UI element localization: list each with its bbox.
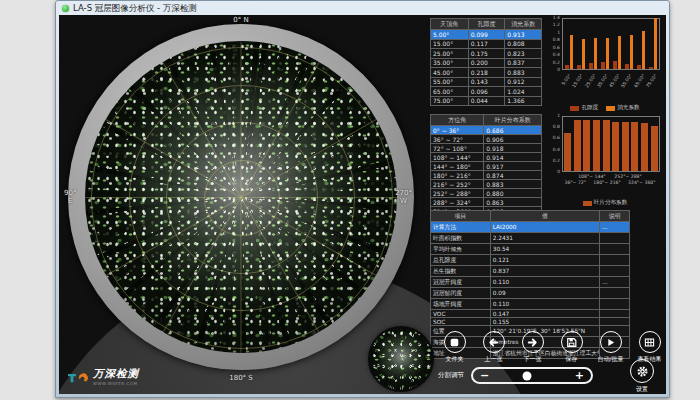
- next-button[interactable]: 下一张: [514, 331, 551, 364]
- param-cell: ...: [600, 222, 630, 233]
- param-row[interactable]: 总孔隙度0.121: [431, 255, 630, 266]
- canopy-image[interactable]: [85, 41, 397, 353]
- param-row[interactable]: 丛生指数0.837: [431, 266, 630, 277]
- zenith-cell: 1.366: [505, 96, 542, 106]
- zenith-cell: 0.175: [468, 49, 505, 59]
- auto-batch-button[interactable]: 自动/批量: [592, 331, 629, 364]
- param-cell: 平均叶倾角: [431, 244, 491, 255]
- bar: [564, 133, 571, 171]
- zenith-cell: 25.00°: [431, 49, 469, 59]
- zenith-cell: 0.218: [468, 68, 505, 78]
- param-row[interactable]: 场地开阔度0.110: [431, 299, 630, 310]
- param-header: 项目: [431, 211, 491, 222]
- param-row[interactable]: 冠层郁闭度0.09: [431, 288, 630, 299]
- azimuth-cell: 0° ~ 36°: [431, 126, 484, 135]
- bar: [622, 122, 629, 171]
- zenith-row[interactable]: 65.00°0.0961.024: [431, 87, 542, 97]
- param-row[interactable]: 叶面积指数2.2431: [431, 233, 630, 244]
- thumbnail-preview[interactable]: [370, 328, 432, 390]
- bar-group: [625, 35, 633, 69]
- legend-item: 消光系数: [606, 104, 639, 112]
- bar-group: [601, 38, 609, 69]
- zenith-cell: 0.883: [505, 68, 542, 78]
- bar-group: [583, 120, 590, 171]
- y-axis-tick: 0: [548, 67, 560, 72]
- resolution-slider[interactable]: − +: [471, 367, 593, 384]
- chart-plot-area: [562, 18, 660, 70]
- bar-group: [637, 31, 645, 69]
- y-axis-tick: 1.2: [548, 22, 560, 27]
- param-cell: 冠层郁闭度: [431, 288, 491, 299]
- zenith-cell: 1.024: [505, 87, 542, 97]
- param-cell: [600, 244, 630, 255]
- azimuth-row[interactable]: 144° ~ 180°0.917: [431, 162, 542, 171]
- y-axis-tick: 0.6: [548, 45, 560, 50]
- slider-label: 分割调节: [438, 371, 464, 380]
- zenith-row[interactable]: 5.00°0.0990.913: [431, 30, 542, 40]
- param-row[interactable]: 平均叶倾角30.54: [431, 244, 630, 255]
- button-label: 上一张: [485, 355, 503, 364]
- param-cell: 0.155: [490, 318, 599, 326]
- zenith-row[interactable]: 55.00°0.1430.912: [431, 77, 542, 87]
- legend-item: 孔隙度: [570, 104, 598, 112]
- slider-increase-button[interactable]: +: [575, 370, 584, 381]
- legend-label: 孔隙度: [581, 104, 598, 112]
- previous-button[interactable]: 上一张: [475, 331, 512, 364]
- save-button[interactable]: 保存: [553, 331, 590, 364]
- zenith-cell: 45.00°: [431, 68, 469, 78]
- zenith-row[interactable]: 15.00°0.1170.808: [431, 39, 542, 49]
- zenith-row[interactable]: 35.00°0.2000.837: [431, 58, 542, 68]
- zenith-row[interactable]: 75.00°0.0441.366: [431, 96, 542, 106]
- slider-row: 分割调节 − +: [438, 367, 593, 384]
- bar: [649, 67, 653, 69]
- bar-group: [574, 120, 581, 171]
- param-cell: SOC: [431, 318, 491, 326]
- param-row[interactable]: SOC0.155: [431, 318, 630, 326]
- bar: [565, 65, 569, 69]
- azimuth-row[interactable]: 252° ~ 288°0.880: [431, 189, 542, 198]
- azimuth-row[interactable]: 36° ~ 72°0.906: [431, 135, 542, 144]
- azimuth-row[interactable]: 108° ~ 144°0.914: [431, 153, 542, 162]
- zenith-cell: 5.00°: [431, 30, 469, 40]
- param-header: 说明: [600, 211, 630, 222]
- param-cell: 总孔隙度: [431, 255, 491, 266]
- azimuth-header: 叶片分布系数: [484, 115, 542, 126]
- settings-button[interactable]: 设置: [630, 359, 654, 394]
- azimuth-cell: 0.906: [484, 135, 542, 144]
- client-area: 0° N 180° S 90° E 270° W 天顶角孔隙度消光系数5.00°…: [59, 15, 666, 394]
- azimuth-cell: 36° ~ 72°: [431, 135, 484, 144]
- bar: [642, 31, 646, 69]
- bar-group: [589, 38, 597, 69]
- zenith-header: 孔隙度: [468, 19, 505, 30]
- bar: [593, 120, 600, 171]
- param-cell: [600, 255, 630, 266]
- azimuth-cell: 0.874: [484, 171, 542, 180]
- legend-item: 叶片分布系数: [583, 199, 628, 207]
- param-row[interactable]: 冠层开阔度0.110...: [431, 277, 630, 288]
- y-axis-tick: 0.8: [548, 37, 560, 42]
- slider-handle[interactable]: [523, 371, 532, 380]
- zenith-cell: 75.00°: [431, 96, 469, 106]
- titlebar[interactable]: LA-S 冠层图像分析仪 - 万深检测: [56, 1, 669, 15]
- y-axis-tick: 1: [548, 30, 560, 35]
- param-row[interactable]: 计算方法LAI2000...: [431, 222, 630, 233]
- legend-swatch: [606, 106, 615, 111]
- y-axis-tick: 0.8: [548, 124, 560, 129]
- param-row[interactable]: VOC0.147: [431, 310, 630, 318]
- param-cell: 场地开阔度: [431, 299, 491, 310]
- azimuth-row[interactable]: 0° ~ 36°0.686: [431, 126, 542, 135]
- zenith-cell: 65.00°: [431, 87, 469, 97]
- brand-name: 万深检测: [93, 367, 139, 381]
- slider-decrease-button[interactable]: −: [480, 370, 489, 381]
- azimuth-table: 方位角叶片分布系数0° ~ 36°0.68636° ~ 72°0.90672° …: [430, 114, 542, 216]
- azimuth-cell: 144° ~ 180°: [431, 162, 484, 171]
- folder-icon: [444, 331, 466, 353]
- leaf-distribution-chart: 00.20.40.60.81108°~ 144° 252°~ 288°36°~ …: [548, 114, 662, 207]
- azimuth-row[interactable]: 180° ~ 216°0.874: [431, 171, 542, 180]
- azimuth-row[interactable]: 216° ~ 252°0.883: [431, 180, 542, 189]
- azimuth-row[interactable]: 72° ~ 108°0.918: [431, 144, 542, 153]
- zenith-row[interactable]: 25.00°0.1750.823: [431, 49, 542, 59]
- zenith-row[interactable]: 45.00°0.2180.883: [431, 68, 542, 78]
- folder-button[interactable]: 文件夹: [436, 331, 473, 364]
- azimuth-row[interactable]: 288° ~ 324°0.863: [431, 198, 542, 207]
